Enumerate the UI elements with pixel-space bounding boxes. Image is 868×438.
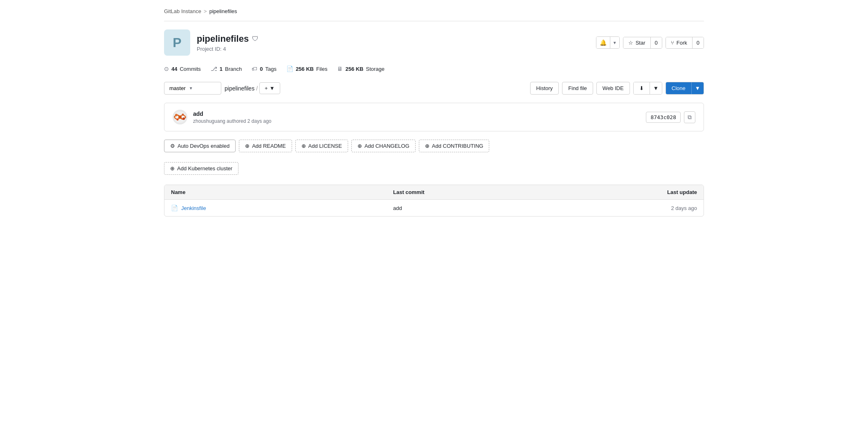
path-root: pipelinefiles [225, 85, 254, 92]
path-separator: / [256, 85, 258, 92]
branches-icon: ⎇ [211, 65, 217, 72]
add-kubernetes-label: Add Kubernetes cluster [177, 165, 232, 172]
clone-label: Clone [672, 85, 686, 91]
stats-bar: ⊙ 44 Commits ⎇ 1 Branch 🏷 0 Tags 📄 256 K… [164, 65, 704, 72]
commit-right: 8743c028 ⧉ [646, 111, 695, 123]
header-divider [164, 21, 704, 21]
add-readme-label: Add README [252, 143, 286, 149]
stat-branches[interactable]: ⎇ 1 Branch [211, 65, 242, 72]
commits-icon: ⊙ [164, 65, 169, 72]
files-size: 256 KB [296, 66, 314, 72]
star-button[interactable]: ☆ Star [623, 37, 651, 48]
star-label: Star [636, 40, 645, 46]
add-kubernetes-button[interactable]: ⊕ Add Kubernetes cluster [164, 162, 238, 175]
commit-hash[interactable]: 8743c028 [646, 112, 681, 123]
add-dropdown-arrow: ▼ [270, 85, 275, 91]
project-id: Project ID: 4 [197, 46, 259, 52]
files-label: Files [316, 66, 327, 72]
history-button[interactable]: History [530, 82, 559, 95]
auto-devops-button[interactable]: ⚙ Auto DevOps enabled [164, 140, 236, 152]
branch-dropdown-icon: ▼ [189, 86, 193, 90]
table-row: 📄 Jenkinsfile add 2 days ago [164, 200, 704, 216]
commit-author-avatar [173, 110, 187, 124]
storage-label: Storage [366, 66, 385, 72]
project-header: P pipelinefiles 🛡 Project ID: 4 🔔 ▼ ☆ St… [164, 29, 704, 56]
svg-point-2 [178, 115, 182, 119]
add-license-button[interactable]: ⊕ Add LICENSE [295, 140, 348, 152]
add-contributing-button[interactable]: ⊕ Add CONTRIBUTING [419, 140, 490, 152]
commit-message[interactable]: add [193, 111, 272, 117]
storage-size: 256 KB [345, 66, 363, 72]
breadcrumb: GitLab Instance > pipelinefiles [164, 8, 704, 14]
fork-label: Fork [677, 40, 687, 46]
star-icon: ☆ [628, 40, 633, 46]
breadcrumb-current: pipelinefiles [209, 8, 237, 14]
add-changelog-button[interactable]: ⊕ Add CHANGELOG [351, 140, 416, 152]
plus-icon: + [265, 85, 268, 91]
jenkinsfile-last-update: 2 days ago [615, 205, 697, 211]
fork-button[interactable]: ⑂ Fork [666, 37, 693, 48]
stat-commits[interactable]: ⊙ 44 Commits [164, 65, 201, 72]
star-count: 0 [651, 37, 662, 48]
notification-button[interactable]: 🔔 ▼ [596, 36, 620, 49]
find-file-button[interactable]: Find file [562, 82, 593, 95]
clone-button[interactable]: Clone [666, 82, 691, 94]
commits-count: 44 [171, 66, 177, 72]
project-name: pipelinefiles [197, 34, 249, 44]
repository-toolbar: master ▼ pipelinefiles / + ▼ History Fin… [164, 82, 704, 95]
toolbar-right: History Find file Web IDE ⬇ ▼ Clone ▼ [530, 82, 704, 95]
download-icon: ⬇ [639, 85, 644, 91]
notification-bell-icon[interactable]: 🔔 [596, 37, 610, 48]
stat-files[interactable]: 📄 256 KB Files [286, 65, 328, 72]
web-ide-button[interactable]: Web IDE [596, 82, 630, 95]
project-name-row: pipelinefiles 🛡 [197, 34, 259, 44]
col-last-commit-header: Last commit [393, 189, 615, 195]
add-contributing-icon: ⊕ [425, 143, 430, 149]
clone-dropdown-arrow[interactable]: ▼ [691, 82, 704, 94]
copy-hash-button[interactable]: ⧉ [684, 111, 695, 123]
settings-icon: ⚙ [170, 143, 175, 149]
commit-author: zhoushuguang [193, 118, 225, 124]
svg-point-4 [182, 117, 185, 120]
add-readme-button[interactable]: ⊕ Add README [239, 140, 292, 152]
download-button-group: ⬇ ▼ [633, 82, 662, 95]
branch-selector[interactable]: master ▼ [164, 82, 221, 95]
branches-label: Branch [225, 66, 242, 72]
clone-button-group: Clone ▼ [666, 82, 704, 95]
commit-info-box: add zhoushuguang authored 2 days ago 874… [164, 103, 704, 131]
files-icon: 📄 [286, 65, 293, 72]
file-icon: 📄 [171, 205, 178, 211]
toolbar-left: master ▼ pipelinefiles / + ▼ [164, 82, 280, 95]
file-name-jenkinsfile[interactable]: 📄 Jenkinsfile [171, 205, 393, 211]
project-avatar: P [164, 29, 190, 56]
path-breadcrumb: pipelinefiles / + ▼ [225, 82, 280, 94]
svg-point-6 [182, 114, 184, 116]
project-actions: 🔔 ▼ ☆ Star 0 ⑂ Fork 0 [596, 36, 704, 49]
download-button[interactable]: ⬇ [634, 82, 650, 94]
add-readme-icon: ⊕ [245, 143, 250, 149]
download-dropdown-arrow[interactable]: ▼ [650, 82, 662, 94]
stat-tags[interactable]: 🏷 0 Tags [252, 65, 277, 72]
notification-dropdown-arrow[interactable]: ▼ [610, 37, 619, 48]
file-table: Name Last commit Last update 📄 Jenkinsfi… [164, 185, 704, 217]
fork-count: 0 [693, 37, 704, 48]
quick-actions: ⚙ Auto DevOps enabled ⊕ Add README ⊕ Add… [164, 140, 704, 152]
fork-button-group[interactable]: ⑂ Fork 0 [666, 37, 704, 49]
add-changelog-icon: ⊕ [358, 143, 362, 149]
stat-storage[interactable]: 🖥 256 KB Storage [337, 65, 385, 72]
breadcrumb-parent[interactable]: GitLab Instance [164, 8, 201, 14]
commit-left: add zhoushuguang authored 2 days ago [173, 110, 272, 124]
add-contributing-label: Add CONTRIBUTING [432, 143, 483, 149]
add-file-button[interactable]: + ▼ [259, 82, 280, 94]
branches-count: 1 [220, 66, 223, 72]
jenkinsfile-name: Jenkinsfile [181, 205, 206, 211]
add-license-label: Add LICENSE [308, 143, 342, 149]
add-kubernetes-icon: ⊕ [170, 165, 175, 172]
svg-point-5 [177, 119, 179, 121]
svg-point-3 [175, 114, 178, 116]
tags-label: Tags [265, 66, 276, 72]
storage-icon: 🖥 [337, 65, 343, 72]
add-changelog-label: Add CHANGELOG [364, 143, 409, 149]
col-last-update-header: Last update [615, 189, 697, 195]
star-button-group[interactable]: ☆ Star 0 [623, 37, 662, 49]
